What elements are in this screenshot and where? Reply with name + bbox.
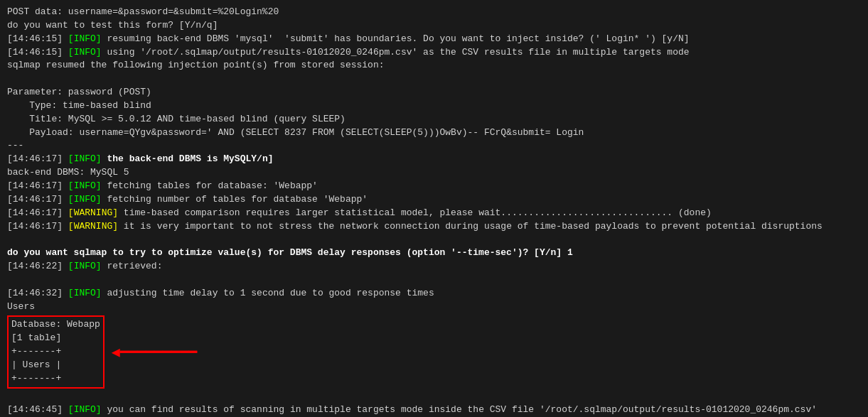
terminal-line: [14:46:45] [INFO] you can find results o… — [7, 404, 861, 417]
terminal-line: Payload: username=QYgv&password=' AND (S… — [7, 126, 861, 140]
terminal-line — [7, 274, 861, 287]
terminal-line: [14:46:15] [INFO] using '/root/.sqlmap/o… — [7, 46, 861, 60]
terminal-line — [7, 72, 861, 86]
db-result-box: Database: Webapp [1 table] +-------+ | U… — [7, 315, 105, 388]
terminal-line — [7, 233, 861, 247]
terminal-line — [7, 391, 861, 404]
terminal-line: [14:46:22] [INFO] retrieved: — [7, 260, 861, 274]
db-result-container: Database: Webapp [1 table] +-------+ | U… — [7, 315, 861, 389]
arrow-icon: ◀━━━━━━━━━ — [112, 343, 197, 361]
terminal: POST data: username=&password=&submit=%2… — [0, 0, 868, 417]
terminal-line: sqlmap resumed the following injection p… — [7, 59, 861, 72]
terminal-line: [14:46:17] [INFO] fetching number of tab… — [7, 193, 861, 207]
terminal-line: [14:46:17] [WARNING] time-based comparis… — [7, 207, 861, 220]
terminal-line: Users — [7, 300, 861, 314]
terminal-line: do you want to test this form? [Y/n/q] — [7, 19, 861, 33]
terminal-line: +-------+ — [11, 372, 100, 386]
terminal-line: back-end DBMS: MySQL 5 — [7, 166, 861, 180]
terminal-line: | Users | — [11, 359, 100, 372]
terminal-line: [14:46:32] [INFO] adjusting time delay t… — [7, 287, 861, 300]
terminal-line: [14:46:17] [INFO] the back-end DBMS is M… — [7, 153, 861, 166]
terminal-line: +-------+ — [11, 345, 100, 359]
terminal-line: [14:46:17] [INFO] fetching tables for da… — [7, 180, 861, 193]
terminal-line: [1 table] — [11, 332, 100, 345]
terminal-line: Type: time-based blind — [7, 99, 861, 113]
terminal-line: Database: Webapp — [11, 318, 100, 332]
terminal-line: --- — [7, 139, 861, 153]
terminal-line: Parameter: password (POST) — [7, 86, 861, 99]
terminal-line: do you want sqlmap to try to optimize va… — [7, 247, 861, 260]
terminal-line: POST data: username=&password=&submit=%2… — [7, 6, 861, 19]
terminal-line: [14:46:15] [INFO] resuming back-end DBMS… — [7, 33, 861, 46]
terminal-line: Title: MySQL >= 5.0.12 AND time-based bl… — [7, 113, 861, 126]
terminal-line: [14:46:17] [WARNING] it is very importan… — [7, 220, 861, 234]
